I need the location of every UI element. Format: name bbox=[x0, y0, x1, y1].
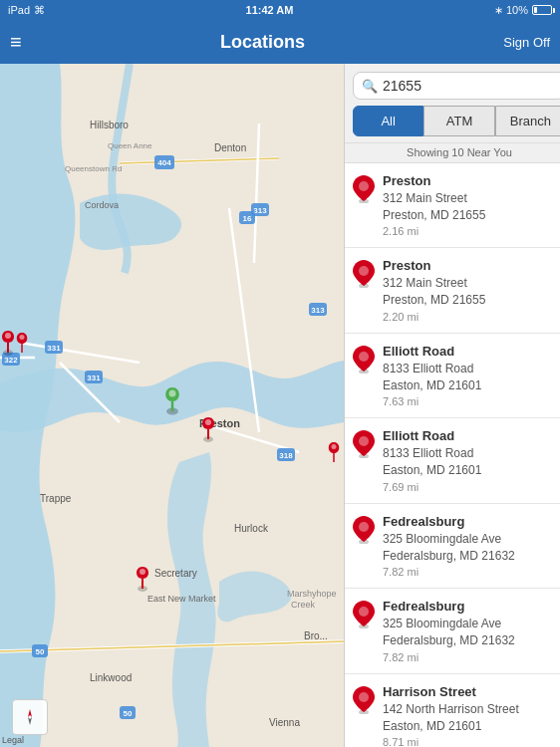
map-area: Hillsboro Queen Anne Cordova Denton Pres… bbox=[0, 64, 344, 747]
svg-text:322: 322 bbox=[4, 356, 18, 365]
location-address: 325 Bloomingdale AveFederalsburg, MD 216… bbox=[383, 531, 560, 565]
pin-icon bbox=[353, 175, 375, 207]
location-address: 312 Main StreetPreston, MD 21655 bbox=[383, 190, 560, 224]
location-distance: 7.82 mi bbox=[383, 566, 560, 578]
filter-branch-button[interactable]: Branch bbox=[495, 106, 560, 136]
svg-text:Queen Anne: Queen Anne bbox=[108, 141, 152, 150]
list-item[interactable]: Harrison Street 142 North Harrison Stree… bbox=[345, 674, 560, 747]
device-label: iPad bbox=[8, 4, 30, 16]
bluetooth-icon: ∗ 10% bbox=[494, 4, 528, 17]
pin-icon bbox=[353, 516, 375, 548]
svg-point-49 bbox=[20, 335, 25, 340]
location-list: Preston 312 Main StreetPreston, MD 21655… bbox=[345, 163, 560, 747]
svg-point-72 bbox=[359, 692, 369, 702]
svg-text:Denton: Denton bbox=[214, 142, 246, 153]
location-address: 142 North Harrison StreetEaston, MD 2160… bbox=[383, 701, 560, 735]
filter-all-button[interactable]: All bbox=[353, 106, 423, 136]
nav-bar: ≡ Locations Sign Off bbox=[0, 20, 560, 64]
location-distance: 7.63 mi bbox=[383, 395, 560, 407]
status-time: 11:42 AM bbox=[246, 4, 294, 16]
svg-text:Queenstown Rd: Queenstown Rd bbox=[65, 164, 122, 173]
location-address: 325 Bloomingdale AveFederalsburg, MD 216… bbox=[383, 616, 560, 649]
list-item[interactable]: Preston 312 Main StreetPreston, MD 21655… bbox=[345, 163, 560, 248]
svg-text:East New Market: East New Market bbox=[147, 594, 216, 604]
svg-text:50: 50 bbox=[124, 709, 133, 718]
main-content: Hillsboro Queen Anne Cordova Denton Pres… bbox=[0, 64, 560, 747]
status-left: iPad ⌘ bbox=[8, 4, 45, 17]
svg-text:16: 16 bbox=[243, 214, 252, 223]
location-name: Elliott Road bbox=[383, 428, 560, 445]
legal-text: Legal bbox=[2, 735, 24, 745]
search-bar: 🔍 bbox=[345, 64, 560, 106]
svg-point-70 bbox=[359, 607, 369, 617]
svg-point-55 bbox=[140, 569, 145, 575]
location-name: Preston bbox=[383, 258, 560, 275]
svg-point-64 bbox=[359, 352, 369, 362]
svg-text:Hurlock: Hurlock bbox=[234, 523, 269, 534]
location-distance: 2.16 mi bbox=[383, 225, 560, 237]
svg-text:331: 331 bbox=[47, 344, 61, 353]
svg-text:Cordova: Cordova bbox=[85, 200, 119, 210]
location-distance: 2.20 mi bbox=[383, 311, 560, 323]
svg-text:Linkwood: Linkwood bbox=[90, 672, 132, 683]
location-address: 8133 Elliott RoadEaston, MD 21601 bbox=[383, 445, 560, 479]
svg-text:Creek: Creek bbox=[291, 600, 316, 610]
svg-point-68 bbox=[359, 522, 369, 532]
svg-point-51 bbox=[169, 390, 176, 397]
page-title: Locations bbox=[22, 32, 504, 53]
location-distance: 7.69 mi bbox=[383, 481, 560, 493]
battery-icon bbox=[532, 5, 552, 15]
pin-icon bbox=[353, 346, 375, 377]
filter-atm-button[interactable]: ATM bbox=[423, 106, 494, 136]
svg-text:318: 318 bbox=[279, 451, 293, 460]
location-name: Elliott Road bbox=[383, 344, 560, 361]
svg-text:331: 331 bbox=[87, 374, 101, 382]
sign-off-button[interactable]: Sign Off bbox=[503, 35, 550, 50]
search-input[interactable] bbox=[383, 78, 557, 94]
svg-text:Bro...: Bro... bbox=[304, 630, 328, 641]
svg-text:313: 313 bbox=[253, 206, 267, 215]
list-item[interactable]: Fedrealsburg 325 Bloomingdale AveFederal… bbox=[345, 504, 560, 589]
location-name: Preston bbox=[383, 173, 560, 190]
svg-text:Marshyhope: Marshyhope bbox=[287, 589, 337, 599]
pin-icon bbox=[353, 260, 375, 292]
location-distance: 8.71 mi bbox=[383, 736, 560, 747]
pin-icon bbox=[353, 686, 375, 718]
compass-button[interactable] bbox=[12, 699, 48, 735]
list-item[interactable]: Preston 312 Main StreetPreston, MD 21655… bbox=[345, 248, 560, 333]
showing-label: Showing 10 Near You bbox=[345, 142, 560, 163]
search-icon: 🔍 bbox=[362, 79, 378, 94]
wifi-icon: ⌘ bbox=[34, 4, 45, 17]
svg-text:Hillsboro: Hillsboro bbox=[90, 120, 129, 130]
svg-text:313: 313 bbox=[311, 306, 325, 315]
svg-point-62 bbox=[359, 266, 369, 276]
svg-point-60 bbox=[359, 181, 369, 191]
location-name: Fedrealsburg bbox=[383, 514, 560, 531]
pin-icon bbox=[353, 601, 375, 632]
list-item[interactable]: Fedrealsburg 325 Bloomingdale AveFederal… bbox=[345, 589, 560, 673]
location-address: 8133 Elliott RoadEaston, MD 21601 bbox=[383, 361, 560, 394]
pin-icon bbox=[353, 430, 375, 462]
location-name: Harrison Street bbox=[383, 684, 560, 701]
svg-point-66 bbox=[359, 436, 369, 446]
svg-text:Trappe: Trappe bbox=[40, 493, 72, 504]
status-bar: iPad ⌘ 11:42 AM ∗ 10% bbox=[0, 0, 560, 20]
svg-point-48 bbox=[5, 333, 11, 339]
location-name: Fedrealsburg bbox=[383, 599, 560, 616]
svg-point-56 bbox=[332, 444, 337, 449]
svg-marker-58 bbox=[28, 717, 32, 725]
svg-text:Secretary: Secretary bbox=[154, 568, 197, 579]
search-input-wrap: 🔍 bbox=[353, 72, 560, 100]
menu-button[interactable]: ≡ bbox=[10, 31, 22, 54]
status-right: ∗ 10% bbox=[494, 4, 552, 17]
svg-marker-57 bbox=[28, 709, 32, 717]
list-item[interactable]: Elliott Road 8133 Elliott RoadEaston, MD… bbox=[345, 418, 560, 503]
svg-text:404: 404 bbox=[157, 158, 171, 167]
svg-text:Vienna: Vienna bbox=[269, 717, 300, 728]
svg-point-53 bbox=[205, 419, 211, 425]
location-distance: 7.82 mi bbox=[383, 651, 560, 663]
svg-text:50: 50 bbox=[36, 647, 45, 656]
list-item[interactable]: Elliott Road 8133 Elliott RoadEaston, MD… bbox=[345, 334, 560, 418]
filter-buttons: All ATM Branch bbox=[345, 106, 560, 142]
location-address: 312 Main StreetPreston, MD 21655 bbox=[383, 275, 560, 309]
